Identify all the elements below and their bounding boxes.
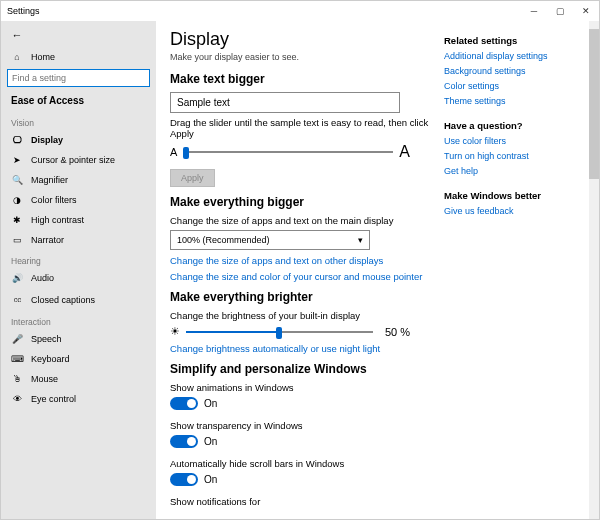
page-title: Display bbox=[170, 29, 430, 50]
nav-speech[interactable]: 🎤Speech bbox=[1, 329, 156, 349]
speech-icon: 🎤 bbox=[11, 334, 23, 344]
brightness-label: Change the brightness of your built-in d… bbox=[170, 310, 430, 321]
page-subtitle: Make your display easier to see. bbox=[170, 52, 430, 62]
section-simplify: Simplify and personalize Windows bbox=[170, 362, 430, 376]
nav-color-filters[interactable]: ◑Color filters bbox=[1, 190, 156, 210]
brightness-value: 50 % bbox=[385, 326, 410, 338]
window-title: Settings bbox=[7, 6, 40, 16]
text-size-slider[interactable]: A A bbox=[170, 143, 410, 161]
toggle-transparency[interactable]: On bbox=[170, 435, 217, 448]
eye-icon: 👁 bbox=[11, 394, 23, 404]
section-text-bigger: Make text bigger bbox=[170, 72, 430, 86]
a-big-icon: A bbox=[399, 143, 410, 161]
section-everything-bigger: Make everything bigger bbox=[170, 195, 430, 209]
audio-icon: 🔊 bbox=[11, 273, 23, 283]
nav-magnifier[interactable]: 🔍Magnifier bbox=[1, 170, 156, 190]
sidebar: ← ⌂ Home Ease of Access Vision 🖵Display … bbox=[1, 21, 156, 519]
close-button[interactable]: ✕ bbox=[573, 1, 599, 21]
contrast-icon: ✱ bbox=[11, 215, 23, 225]
nav-captions[interactable]: ㏄Closed captions bbox=[1, 288, 156, 311]
link-background[interactable]: Background settings bbox=[444, 66, 585, 76]
nav-high-contrast[interactable]: ✱High contrast bbox=[1, 210, 156, 230]
nav-eye[interactable]: 👁Eye control bbox=[1, 389, 156, 409]
toggle-anim-label: Show animations in Windows bbox=[170, 382, 430, 393]
minimize-button[interactable]: ─ bbox=[521, 1, 547, 21]
toggle-animations[interactable]: On bbox=[170, 397, 217, 410]
link-get-help[interactable]: Get help bbox=[444, 166, 585, 176]
subheader-vision: Vision bbox=[1, 112, 156, 130]
keyboard-icon: ⌨ bbox=[11, 354, 23, 364]
link-color[interactable]: Color settings bbox=[444, 81, 585, 91]
captions-icon: ㏄ bbox=[11, 293, 23, 306]
subheader-interaction: Interaction bbox=[1, 311, 156, 329]
back-button[interactable]: ← bbox=[9, 27, 25, 43]
link-theme[interactable]: Theme settings bbox=[444, 96, 585, 106]
narrator-icon: ▭ bbox=[11, 235, 23, 245]
related-title: Related settings bbox=[444, 35, 585, 46]
a-small-icon: A bbox=[170, 146, 177, 158]
scrollbar[interactable] bbox=[589, 21, 599, 519]
drag-hint: Drag the slider until the sample text is… bbox=[170, 117, 430, 139]
subheader-hearing: Hearing bbox=[1, 250, 156, 268]
toggle-trans-label: Show transparency in Windows bbox=[170, 420, 430, 431]
nav-home-label: Home bbox=[31, 52, 55, 62]
titlebar: Settings ─ ▢ ✕ bbox=[1, 1, 599, 21]
toggle-scroll-label: Automatically hide scroll bars in Window… bbox=[170, 458, 430, 469]
link-other-displays[interactable]: Change the size of apps and text on othe… bbox=[170, 255, 430, 266]
right-panel: Related settings Additional display sett… bbox=[440, 29, 585, 511]
question-title: Have a question? bbox=[444, 120, 585, 131]
chevron-down-icon: ▾ bbox=[358, 235, 363, 245]
slider-thumb[interactable] bbox=[183, 147, 189, 159]
sample-text-input[interactable] bbox=[170, 92, 400, 113]
magnifier-icon: 🔍 bbox=[11, 175, 23, 185]
mouse-icon: 🖱 bbox=[11, 374, 23, 384]
link-night-light[interactable]: Change brightness automatically or use n… bbox=[170, 343, 430, 354]
sun-icon: ☀ bbox=[170, 325, 180, 338]
link-high-contrast[interactable]: Turn on high contrast bbox=[444, 151, 585, 161]
scrollbar-thumb[interactable] bbox=[589, 29, 599, 179]
display-icon: 🖵 bbox=[11, 135, 23, 145]
brightness-slider[interactable]: ☀ 50 % bbox=[170, 325, 410, 338]
link-feedback[interactable]: Give us feedback bbox=[444, 206, 585, 216]
scale-select[interactable]: 100% (Recommended) ▾ bbox=[170, 230, 370, 250]
better-title: Make Windows better bbox=[444, 190, 585, 201]
apply-button[interactable]: Apply bbox=[170, 169, 215, 187]
window-controls: ─ ▢ ✕ bbox=[521, 1, 599, 21]
nav-narrator[interactable]: ▭Narrator bbox=[1, 230, 156, 250]
search-input[interactable] bbox=[7, 69, 150, 87]
nav-keyboard[interactable]: ⌨Keyboard bbox=[1, 349, 156, 369]
toggle-notif-label: Show notifications for bbox=[170, 496, 430, 507]
nav-audio[interactable]: 🔊Audio bbox=[1, 268, 156, 288]
main-content: Display Make your display easier to see.… bbox=[170, 29, 440, 511]
link-cursor-size[interactable]: Change the size and color of your cursor… bbox=[170, 271, 430, 282]
link-use-color-filters[interactable]: Use color filters bbox=[444, 136, 585, 146]
cursor-icon: ➤ bbox=[11, 155, 23, 165]
nav-mouse[interactable]: 🖱Mouse bbox=[1, 369, 156, 389]
scale-label: Change the size of apps and text on the … bbox=[170, 215, 430, 226]
section-brighter: Make everything brighter bbox=[170, 290, 430, 304]
color-filter-icon: ◑ bbox=[11, 195, 23, 205]
nav-display[interactable]: 🖵Display bbox=[1, 130, 156, 150]
brightness-thumb[interactable] bbox=[276, 327, 282, 339]
toggle-scrollbars[interactable]: On bbox=[170, 473, 217, 486]
maximize-button[interactable]: ▢ bbox=[547, 1, 573, 21]
nav-cursor[interactable]: ➤Cursor & pointer size bbox=[1, 150, 156, 170]
nav-home[interactable]: ⌂ Home bbox=[1, 47, 156, 67]
link-additional-display[interactable]: Additional display settings bbox=[444, 51, 585, 61]
home-icon: ⌂ bbox=[11, 52, 23, 62]
group-title: Ease of Access bbox=[1, 93, 156, 112]
